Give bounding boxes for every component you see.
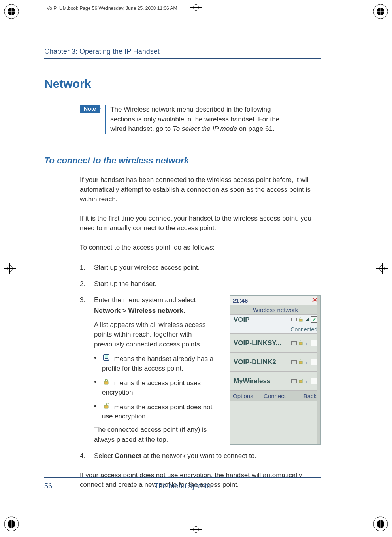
lock-closed-icon: [102, 377, 111, 386]
wifi-row: VOIP ✔ Connected: [230, 315, 320, 334]
svg-rect-14: [305, 320, 305, 321]
note-text-part2: on page 61.: [237, 125, 275, 132]
svg-rect-9: [105, 358, 108, 359]
note-link: To select the IP mode: [173, 125, 237, 132]
crop-mark-icon: [376, 263, 388, 274]
bullet-item: • means the handset already has a profil…: [94, 353, 222, 373]
signal-icon: [305, 314, 309, 325]
svg-rect-20: [306, 343, 307, 345]
svg-rect-13: [299, 319, 302, 321]
page-number: 56: [44, 482, 80, 490]
svg-rect-18: [299, 342, 302, 345]
bullet-text: means the access point does not use encr…: [102, 403, 212, 420]
footer-title: The menu system: [80, 482, 285, 490]
step-number: 2.: [80, 278, 89, 289]
bullet-text: means the handset already has a profile …: [102, 355, 213, 372]
step-text-part: Select: [94, 452, 115, 459]
step-number: 4.: [80, 450, 89, 461]
svg-rect-24: [299, 380, 302, 383]
signal-icon: [305, 357, 309, 367]
paragraph: If it is the first time you connect your…: [80, 214, 321, 233]
step-subtext: A list appears with all wireless access …: [94, 320, 222, 350]
steps-list: 1.Start up your wireless access point. 2…: [80, 262, 321, 461]
lock-open-icon: [102, 401, 111, 410]
svg-rect-12: [104, 405, 108, 408]
profile-icon: [291, 360, 297, 364]
wifi-row: VOIP-LINKSY...: [230, 334, 320, 353]
step-text-bold: Network > Wireless network: [94, 307, 183, 314]
softkey-left: Options: [230, 391, 261, 401]
crop-mark-icon: [190, 524, 202, 535]
note-bar: [105, 105, 106, 134]
signal-icon: [305, 338, 309, 348]
step-item: 1.Start up your wireless access point.: [80, 262, 321, 273]
note-block: Note The Wireless network menu described…: [80, 105, 321, 134]
profile-icon: [291, 318, 297, 321]
phone-scrollbar: [317, 296, 320, 444]
bullet-list: • means the handset already has a profil…: [94, 353, 222, 421]
bullet-item: • means the access point does not use en…: [94, 401, 222, 422]
crop-mark-icon: [3, 516, 20, 534]
bullet-text: means the access point uses encryption.: [102, 379, 201, 396]
crop-mark-icon: [3, 3, 20, 21]
wifi-row-name: VOIP-DLINK2: [234, 357, 276, 367]
svg-rect-17: [308, 318, 309, 321]
paragraph: If your handset has been connected to th…: [80, 175, 321, 204]
lock-closed-icon: [298, 338, 303, 348]
phone-softkeys: Options Connect Back: [230, 391, 320, 401]
crop-mark-icon: [4, 263, 16, 274]
svg-rect-19: [305, 344, 305, 345]
svg-rect-15: [306, 320, 307, 321]
step-number: 3.: [80, 295, 89, 444]
frame-header-text: VoIP_UM.book Page 56 Wednesday, June 25,…: [47, 6, 177, 11]
softkey-right: Back: [288, 391, 320, 401]
phone-screenshot: 21:46 Wireless network VOIP ✔: [230, 295, 321, 444]
bullet-item: • means the access point uses encryption…: [94, 377, 222, 397]
step-item: 2.Start up the handset.: [80, 278, 321, 289]
paragraph: To connect to the access point, do as fo…: [80, 243, 321, 253]
chapter-header: Chapter 3: Operating the IP Handset: [44, 47, 321, 56]
svg-rect-21: [299, 361, 302, 364]
crop-mark-icon: [372, 3, 389, 21]
profile-icon: [102, 353, 111, 362]
subsection-title: To connect to the wireless network: [44, 155, 321, 166]
step-text-bold: Connect: [115, 452, 141, 459]
lock-closed-icon: [298, 314, 303, 325]
wifi-row-name: VOIP: [234, 314, 250, 325]
step-text-part: .: [183, 307, 185, 314]
svg-rect-25: [305, 382, 305, 383]
phone-screen-title: Wireless network: [230, 305, 320, 315]
signal-icon: [305, 376, 309, 386]
svg-rect-22: [305, 363, 305, 364]
lock-closed-icon: [298, 357, 303, 367]
step-text: Start up the handset.: [94, 278, 321, 289]
wifi-row-name: VOIP-LINKSY...: [234, 338, 281, 348]
step-item: 3. Enter the menu system and select Netw…: [80, 295, 321, 444]
wifi-row: VOIP-DLINK2: [230, 353, 320, 372]
wifi-row: MyWireless: [230, 372, 320, 391]
crop-mark-icon: [372, 516, 389, 534]
step-number: 1.: [80, 262, 89, 273]
svg-rect-10: [105, 355, 108, 358]
wifi-row-name: MyWireless: [234, 376, 270, 386]
svg-rect-16: [307, 319, 308, 321]
frame-header-rule: [43, 12, 348, 12]
svg-rect-11: [104, 381, 108, 384]
step-item: 4.Select Connect at the network you want…: [80, 450, 321, 461]
softkey-center: Connect: [261, 391, 289, 401]
section-title: Network: [44, 77, 321, 91]
wifi-row-status: Connected: [234, 325, 317, 334]
note-tag: Note: [80, 105, 100, 113]
header-rule: [44, 58, 321, 59]
step-text-part: Enter the menu system and select: [94, 296, 196, 304]
step-text-part: at the network you want to connect to.: [141, 452, 256, 459]
step-tail-text: The connected access point (if any) is a…: [94, 425, 222, 444]
note-text: The Wireless network menu described in t…: [110, 105, 296, 134]
step-text: Select Connect at the network you want t…: [94, 450, 321, 461]
svg-rect-26: [306, 381, 307, 383]
lock-open-icon: [298, 376, 303, 386]
profile-icon: [291, 341, 297, 345]
phone-clock: 21:46: [233, 296, 248, 305]
profile-icon: [291, 379, 297, 383]
footer-rule: [44, 477, 321, 478]
